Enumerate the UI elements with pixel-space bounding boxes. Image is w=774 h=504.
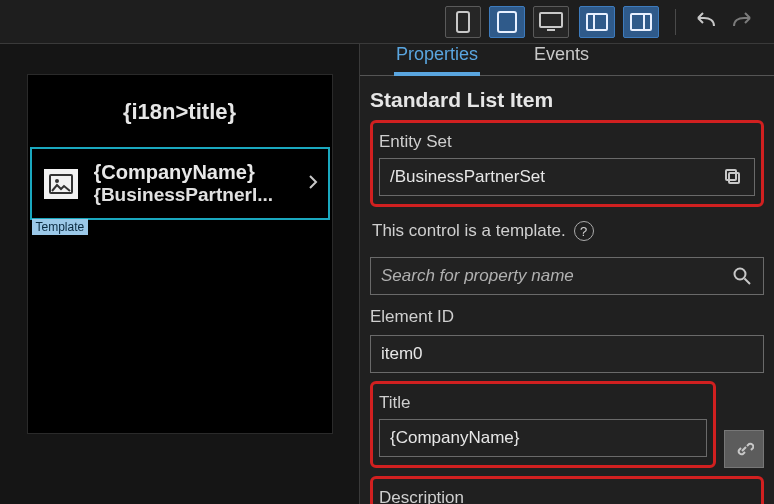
description-highlight: Description <box>370 476 764 504</box>
list-item-text: {CompanyName} {BusinessPartnerI... <box>94 161 292 206</box>
title-label: Title <box>379 393 707 413</box>
svg-rect-6 <box>631 14 651 30</box>
title-highlight: Title {CompanyName} <box>370 381 716 468</box>
image-placeholder-icon <box>44 169 78 199</box>
entity-set-label: Entity Set <box>379 132 755 152</box>
svg-point-9 <box>55 179 59 183</box>
svg-rect-2 <box>540 13 562 27</box>
template-note-text: This control is a template. <box>372 221 566 241</box>
control-heading: Standard List Item <box>360 76 774 120</box>
template-note: This control is a template. ? <box>370 215 764 249</box>
list-item-description: {BusinessPartnerI... <box>94 184 292 206</box>
entity-set-field[interactable]: /BusinessPartnerSet <box>379 158 755 196</box>
svg-rect-10 <box>729 173 739 183</box>
device-desktop-button[interactable] <box>533 6 569 38</box>
list-item-selected[interactable]: {CompanyName} {BusinessPartnerI... Templ… <box>30 147 330 220</box>
canvas-pane: {i18n>title} {CompanyName} {BusinessPart… <box>0 44 360 504</box>
element-id-field[interactable]: item0 <box>370 335 764 373</box>
device-phone-button[interactable] <box>445 6 481 38</box>
tab-bar: Properties Events <box>360 44 774 76</box>
element-id-value: item0 <box>381 344 423 364</box>
template-tag: Template <box>32 219 89 235</box>
tab-events[interactable]: Events <box>534 44 589 75</box>
history-group <box>692 12 756 32</box>
property-search-field[interactable] <box>370 257 764 295</box>
top-toolbar <box>0 0 774 44</box>
element-id-label: Element ID <box>370 307 764 327</box>
properties-list: Entity Set /BusinessPartnerSet This cont… <box>360 120 774 504</box>
help-icon[interactable]: ? <box>574 221 594 241</box>
svg-point-12 <box>735 269 746 280</box>
copy-icon[interactable] <box>722 166 744 188</box>
svg-rect-1 <box>498 12 516 32</box>
preview-app-title: {i18n>title} <box>28 75 332 147</box>
properties-pane: Properties Events Standard List Item Ent… <box>360 44 774 504</box>
property-search-input[interactable] <box>381 266 731 286</box>
search-icon[interactable] <box>731 265 753 287</box>
description-label: Description <box>379 488 755 504</box>
tab-properties[interactable]: Properties <box>396 44 478 75</box>
title-field[interactable]: {CompanyName} <box>379 419 707 457</box>
redo-icon[interactable] <box>728 12 756 32</box>
svg-rect-4 <box>587 14 607 30</box>
left-panel-toggle[interactable] <box>579 6 615 38</box>
right-panel-toggle[interactable] <box>623 6 659 38</box>
svg-rect-0 <box>457 12 469 32</box>
entity-set-value: /BusinessPartnerSet <box>390 167 722 187</box>
main-area: {i18n>title} {CompanyName} {BusinessPart… <box>0 44 774 504</box>
device-toggle-group <box>445 6 569 38</box>
toolbar-separator <box>675 9 676 35</box>
title-value: {CompanyName} <box>390 428 519 448</box>
bind-title-button[interactable] <box>724 430 764 468</box>
entity-set-highlight: Entity Set /BusinessPartnerSet <box>370 120 764 207</box>
title-row: Title {CompanyName} <box>370 381 764 468</box>
list-item-title: {CompanyName} <box>94 161 292 184</box>
undo-icon[interactable] <box>692 12 720 32</box>
panel-toggle-group <box>579 6 659 38</box>
link-icon <box>734 439 754 459</box>
chevron-right-icon <box>308 172 318 195</box>
svg-rect-11 <box>726 170 736 180</box>
device-tablet-button[interactable] <box>489 6 525 38</box>
svg-line-13 <box>745 279 751 285</box>
preview-frame: {i18n>title} {CompanyName} {BusinessPart… <box>27 74 333 434</box>
